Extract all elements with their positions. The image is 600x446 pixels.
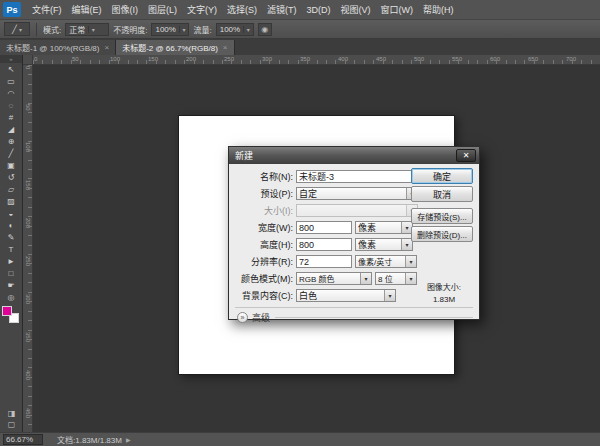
preset-select[interactable]: 自定 ▾ <box>296 187 418 200</box>
ruler-corner[interactable] <box>23 55 33 65</box>
new-document-dialog: 新建 ✕ 名称(N): 未标题-3 预设(P): 自定 ▾ 大小(I): ▾ <box>228 146 480 320</box>
color-swatches <box>0 306 22 326</box>
menu-item-9[interactable]: 视图(V) <box>336 3 376 16</box>
rectangle-tool[interactable]: □ <box>0 267 22 279</box>
resolution-unit-select[interactable]: 像素/英寸 ▾ <box>355 255 417 268</box>
toolbox-collapse-icon[interactable]: » <box>0 55 22 63</box>
tool-preset-picker[interactable]: ╱ ▾ <box>4 22 30 36</box>
tab-bar: 未标题-1 @ 100%(RGB/8)×未标题-2 @ 66.7%(RGB/8)… <box>0 39 600 55</box>
preset-label: 预设(P): <box>235 187 293 200</box>
foreground-color-swatch[interactable] <box>2 306 12 316</box>
spot-healing-brush-tool[interactable]: ⊕ <box>0 135 22 147</box>
brush-tool[interactable]: ╱ <box>0 147 22 159</box>
zoom-tool[interactable]: ◎ <box>0 291 22 303</box>
width-unit-select[interactable]: 像素 ▾ <box>355 221 413 234</box>
name-input[interactable]: 未标题-3 <box>296 170 418 183</box>
pen-tool[interactable]: ✎ <box>0 231 22 243</box>
ruler-label: 0 <box>23 65 32 103</box>
menu-list: 文件(F)编辑(E)图像(I)图层(L)文字(Y)选择(S)滤镜(T)3D(D)… <box>27 0 459 19</box>
eyedropper-tool[interactable]: ◢ <box>0 123 22 135</box>
quick-mask-icon[interactable]: ◨ <box>8 409 16 418</box>
rectangular-marquee-tool[interactable]: ▭ <box>0 75 22 87</box>
zoom-level-input[interactable]: 66.67% <box>3 434 43 445</box>
save-preset-button[interactable]: 存储预设(S)... <box>411 208 473 224</box>
blend-mode-select[interactable]: 正常 ▾ <box>65 23 109 36</box>
gradient-tool[interactable]: ▨ <box>0 195 22 207</box>
ruler-label: 50 <box>23 103 32 141</box>
chevron-down-icon: ▾ <box>179 26 188 33</box>
lasso-tool[interactable]: ◠ <box>0 87 22 99</box>
history-brush-tool[interactable]: ↺ <box>0 171 22 183</box>
dodge-tool[interactable]: ◐ <box>0 219 22 231</box>
menu-item-3[interactable]: 图像(I) <box>107 3 144 16</box>
move-tool[interactable]: ↖ <box>0 63 22 75</box>
background-label: 背景内容(C): <box>235 289 293 302</box>
crop-tool[interactable]: # <box>0 111 22 123</box>
name-label: 名称(N): <box>235 170 293 183</box>
path-selection-tool[interactable]: ► <box>0 255 22 267</box>
menu-item-6[interactable]: 选择(S) <box>222 3 262 16</box>
toolbox: » ↖▭◠◌#◢⊕╱▣↺▱▨◒◐✎T►□☛◎ ◨ ▢ <box>0 55 23 432</box>
width-input[interactable]: 800 <box>296 221 352 234</box>
blend-mode-value: 正常 <box>66 24 88 35</box>
background-contents-select[interactable]: 白色 ▾ <box>296 289 396 302</box>
menu-item-4[interactable]: 图层(L) <box>143 3 182 16</box>
opacity-select[interactable]: 100% ▾ <box>151 23 189 36</box>
blur-tool[interactable]: ◒ <box>0 207 22 219</box>
status-arrow-icon: ▶ <box>126 436 131 443</box>
ruler-label: 100 <box>23 141 32 179</box>
airbrush-icon[interactable]: ◉ <box>258 23 272 36</box>
tab-close-icon[interactable]: × <box>223 43 228 52</box>
height-unit-select[interactable]: 像素 ▾ <box>355 238 413 251</box>
ruler-vertical[interactable]: 050100150200250300350400450 <box>23 65 33 432</box>
flow-select[interactable]: 100% ▾ <box>216 23 254 36</box>
ruler-label: 400 <box>23 369 32 407</box>
opacity-label: 不透明度: <box>113 24 147 35</box>
opacity-value: 100% <box>152 25 178 34</box>
dialog-titlebar[interactable]: 新建 ✕ <box>229 147 479 164</box>
chevron-down-icon: ▾ <box>405 256 416 267</box>
advanced-toggle-button[interactable]: » <box>237 312 248 323</box>
menu-item-11[interactable]: 帮助(H) <box>418 3 459 16</box>
hand-tool[interactable]: ☛ <box>0 279 22 291</box>
color-depth-select[interactable]: 8 位 ▾ <box>375 272 417 285</box>
menu-item-10[interactable]: 窗口(W) <box>376 3 419 16</box>
ruler-horizontal[interactable]: 0501001502002503003504004505005506006507… <box>33 55 600 65</box>
menu-item-1[interactable]: 文件(F) <box>27 3 67 16</box>
close-button[interactable]: ✕ <box>456 149 476 162</box>
horizontal-type-tool[interactable]: T <box>0 243 22 255</box>
resolution-unit-value: 像素/英寸 <box>356 256 405 267</box>
ruler-label: 450 <box>375 55 413 64</box>
brush-preset-icon: ╱ <box>12 25 17 34</box>
height-input[interactable]: 800 <box>296 238 352 251</box>
document-tab-1[interactable]: 未标题-1 @ 100%(RGB/8)× <box>0 40 116 55</box>
ruler-label: 600 <box>489 55 527 64</box>
toolbox-tools: ↖▭◠◌#◢⊕╱▣↺▱▨◒◐✎T►□☛◎ <box>0 63 22 303</box>
clone-stamp-tool[interactable]: ▣ <box>0 159 22 171</box>
chevron-down-icon: ▾ <box>384 290 395 301</box>
cancel-button[interactable]: 取消 <box>411 186 473 202</box>
color-mode-select[interactable]: RGB 颜色 ▾ <box>296 272 372 285</box>
document-info[interactable]: 文档:1.83M/1.83M ▶ <box>57 434 131 445</box>
options-bar: ╱ ▾ 模式: 正常 ▾ 不透明度: 100% ▾ 流量: 100% ▾ ◉ <box>0 20 600 39</box>
ruler-label: 200 <box>23 217 32 255</box>
color-depth-value: 8 位 <box>376 273 405 284</box>
ruler-label: 250 <box>23 255 32 293</box>
screen-mode-icon[interactable]: ▢ <box>8 420 16 429</box>
quick-selection-tool[interactable]: ◌ <box>0 99 22 111</box>
menu-item-8[interactable]: 3D(D) <box>302 5 336 15</box>
ruler-label: 300 <box>23 293 32 331</box>
dialog-buttons: 确定 取消 存储预设(S)... 删除预设(D)... <box>411 168 473 244</box>
menu-item-7[interactable]: 滤镜(T) <box>262 3 302 16</box>
eraser-tool[interactable]: ▱ <box>0 183 22 195</box>
tab-close-icon[interactable]: × <box>104 43 109 52</box>
delete-preset-button[interactable]: 删除预设(D)... <box>411 226 473 242</box>
advanced-toggle-icon: » <box>241 314 245 321</box>
menu-item-5[interactable]: 文字(Y) <box>182 3 222 16</box>
menu-item-2[interactable]: 编辑(E) <box>67 3 107 16</box>
preset-value: 自定 <box>297 187 406 200</box>
resolution-input[interactable]: 72 <box>296 255 352 268</box>
tab-label: 未标题-2 @ 66.7%(RGB/8) <box>122 42 218 53</box>
ok-button[interactable]: 确定 <box>411 168 473 184</box>
document-tab-2[interactable]: 未标题-2 @ 66.7%(RGB/8)× <box>116 40 234 55</box>
